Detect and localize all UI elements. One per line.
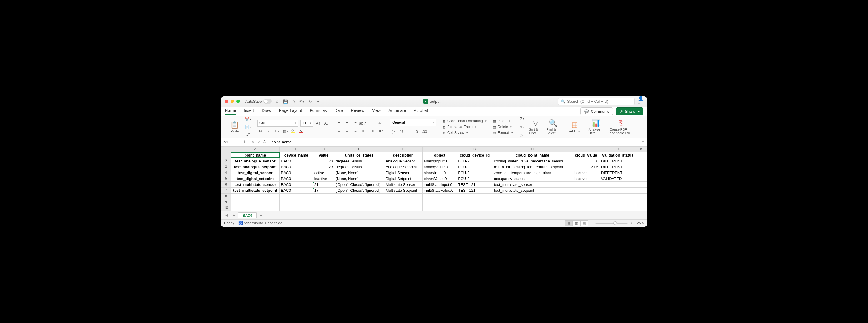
zoom-out-button[interactable]: − xyxy=(592,221,594,225)
percent-icon[interactable]: % xyxy=(398,128,405,135)
cell[interactable]: test_analogue_setpoint xyxy=(231,164,280,170)
redo-icon[interactable]: ↻ xyxy=(308,99,313,104)
cell[interactable]: units_or_states xyxy=(334,152,384,158)
name-box[interactable]: A1 ▲▼ xyxy=(221,138,248,146)
expand-formula-bar-icon[interactable]: ▼ xyxy=(642,140,647,144)
cell[interactable] xyxy=(636,170,647,176)
cell[interactable] xyxy=(493,199,572,205)
cell[interactable] xyxy=(572,199,599,205)
paste-button[interactable]: 📋 Paste xyxy=(227,121,242,133)
column-header[interactable]: H xyxy=(493,146,572,152)
cell[interactable]: FCU-2 xyxy=(457,164,493,170)
cell[interactable]: return_air_heating_temperature_setpoint xyxy=(493,164,572,170)
cell[interactable]: description xyxy=(384,152,423,158)
row-header[interactable]: 8 xyxy=(221,193,231,199)
cell[interactable]: (None, None) xyxy=(334,170,384,176)
select-all-corner[interactable] xyxy=(221,146,231,152)
cell[interactable] xyxy=(384,199,423,205)
cell[interactable]: active xyxy=(313,170,334,176)
account-icon[interactable]: 👤⁺ xyxy=(638,96,643,107)
cell[interactable] xyxy=(636,181,647,187)
format-cells-button[interactable]: ▦Format xyxy=(493,131,513,135)
row-header[interactable]: 9 xyxy=(221,199,231,205)
tab-review[interactable]: Review xyxy=(351,108,364,114)
zoom-slider[interactable] xyxy=(595,223,628,224)
fx-icon[interactable]: fx xyxy=(264,140,266,144)
cell[interactable]: FCU-2 xyxy=(457,176,493,181)
cell[interactable]: analogInput:0 xyxy=(422,158,457,164)
cell[interactable]: (None, None) xyxy=(334,176,384,181)
undo-icon[interactable]: ↶▾ xyxy=(299,99,305,104)
cell[interactable]: 17 xyxy=(313,187,334,193)
cell[interactable] xyxy=(636,187,647,193)
cell[interactable] xyxy=(636,193,647,199)
sheet-prev-icon[interactable]: ◀ xyxy=(223,213,230,217)
column-header[interactable]: J xyxy=(600,146,636,152)
cell[interactable] xyxy=(422,193,457,199)
cell[interactable]: 21 xyxy=(313,181,334,187)
column-header[interactable]: D xyxy=(334,146,384,152)
cell[interactable]: BAC0 xyxy=(280,181,313,187)
align-center-icon[interactable]: ≡ xyxy=(344,128,350,134)
cell[interactable]: test_multistate_sensor xyxy=(231,181,280,187)
tab-automate[interactable]: Automate xyxy=(389,108,406,114)
name-box-stepper-icon[interactable]: ▲▼ xyxy=(244,140,246,144)
cell[interactable]: validation_status xyxy=(600,152,636,158)
cell[interactable] xyxy=(600,199,636,205)
row-header[interactable]: 6 xyxy=(221,181,231,187)
cell[interactable]: 21.5 xyxy=(572,164,599,170)
font-size-selector[interactable]: 11▾ xyxy=(300,119,313,127)
comments-button[interactable]: 💬 Comments xyxy=(581,107,613,115)
normal-view-button[interactable]: ▦ xyxy=(565,220,573,226)
close-window-button[interactable] xyxy=(225,100,228,103)
cell[interactable]: inactive xyxy=(572,176,599,181)
cell[interactable] xyxy=(231,193,280,199)
align-middle-icon[interactable]: ≡ xyxy=(344,120,350,126)
cell[interactable] xyxy=(636,164,647,170)
font-name-selector[interactable]: Calibri▾ xyxy=(257,119,299,127)
cell[interactable]: test_analogue_sensor xyxy=(231,158,280,164)
delete-cells-button[interactable]: ▦Delete xyxy=(493,125,513,129)
cell[interactable] xyxy=(313,199,334,205)
cell[interactable] xyxy=(457,205,493,211)
cell[interactable] xyxy=(231,205,280,211)
cell[interactable] xyxy=(572,181,599,187)
enter-formula-icon[interactable]: ✓ xyxy=(257,140,260,144)
find-select-button[interactable]: 🔍Find & Select xyxy=(546,119,561,135)
wrap-text-icon[interactable]: ↩ xyxy=(377,120,384,126)
home-icon[interactable]: ⌂ xyxy=(275,99,280,104)
cell[interactable]: device_name xyxy=(280,152,313,158)
cell[interactable]: DIFFERENT xyxy=(600,170,636,176)
cell[interactable]: BAC0 xyxy=(280,158,313,164)
column-header[interactable]: I xyxy=(572,146,599,152)
cell[interactable]: cooling_water_valve_percentage_sensor xyxy=(493,158,572,164)
sheet-next-icon[interactable]: ▶ xyxy=(231,213,237,217)
cell[interactable]: test_multistate_setpoint xyxy=(231,187,280,193)
spreadsheet-grid[interactable]: ABCDEFGHIJK1point_namedevice_namevalueun… xyxy=(221,146,647,211)
number-format-selector[interactable]: General▾ xyxy=(390,119,436,126)
tab-data[interactable]: Data xyxy=(335,108,343,114)
align-bottom-icon[interactable]: ≡ xyxy=(352,120,359,126)
more-icon[interactable]: ⋯ xyxy=(316,99,321,104)
copy-icon[interactable]: 📄 xyxy=(245,123,251,130)
page-layout-view-button[interactable]: ▥ xyxy=(573,220,581,226)
clear-icon[interactable]: ◇ xyxy=(519,132,525,138)
cancel-formula-icon[interactable]: ✕ xyxy=(251,140,254,144)
cell[interactable]: VALIDATED xyxy=(600,176,636,181)
title-dropdown-icon[interactable]: ⌄ xyxy=(442,100,444,103)
cell[interactable]: FCU-2 xyxy=(457,170,493,176)
tab-view[interactable]: View xyxy=(372,108,381,114)
cell[interactable]: 0 xyxy=(572,158,599,164)
cell[interactable]: DIFFERENT xyxy=(600,164,636,170)
cell[interactable]: binaryInput:0 xyxy=(422,170,457,176)
autosum-icon[interactable]: Σ xyxy=(519,115,525,122)
search-box[interactable]: 🔍 xyxy=(558,98,634,105)
cell[interactable] xyxy=(384,193,423,199)
cell[interactable]: multiStateValue:0 xyxy=(422,187,457,193)
column-header[interactable]: F xyxy=(422,146,457,152)
cell[interactable] xyxy=(280,193,313,199)
autosave-toggle[interactable]: AutoSave xyxy=(245,99,272,104)
cell[interactable] xyxy=(636,158,647,164)
cell[interactable]: Digital Sensor xyxy=(384,170,423,176)
zoom-window-button[interactable] xyxy=(237,100,240,103)
